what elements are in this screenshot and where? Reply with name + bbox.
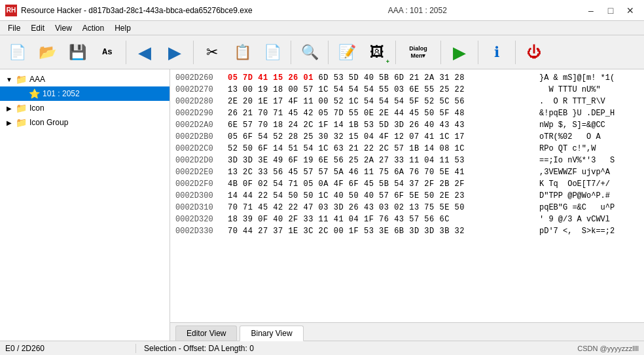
tree-panel: ▼ 📁 AAA ⭐ 101 : 2052 ▶ 📁 Icon ▶ 📁 Icon G… [0,69,170,341]
tab-binary-view[interactable]: Binary View [240,326,303,341]
main-area: ▼ 📁 AAA ⭐ 101 : 2052 ▶ 📁 Icon ▶ 📁 Icon G… [0,69,644,341]
hex-ascii-7: ==;Io nV%*'3 S [534,156,639,165]
toolbar-sep-3 [291,41,291,64]
hex-ascii-8: ,3VEWWZF ujvp^A [534,168,639,177]
menu-view[interactable]: View [50,22,77,34]
toolbar-sep-2 [193,41,194,64]
hex-bytes-5: 05 6F 54 52 28 25 30 32 15 04 4F 12 07 4… [228,132,534,141]
exit-button[interactable]: ⏻ [520,38,548,67]
hex-ascii-5: oTR(%02 O A [534,132,639,141]
hex-row-5: 0002D2B0 05 6F 54 52 28 25 30 32 15 04 4… [175,131,639,143]
menu-action[interactable]: Action [77,22,109,34]
tree-item-aaa[interactable]: ▼ 📁 AAA [0,72,170,86]
find-button[interactable]: 🔍 [295,38,324,67]
paste-button[interactable]: 📄 [258,38,287,67]
hex-addr-2: 0002D280 [175,97,228,106]
hex-ascii-13: pD'7 <, S>k==;2 [534,227,639,236]
minimize-button[interactable]: – [582,4,599,17]
tree-label-icon-group: Icon Group [29,118,68,127]
hex-addr-6: 0002D2C0 [175,144,228,153]
copy-button[interactable]: 📋 [228,38,257,67]
hex-row-8: 0002D2E0 13 2C 33 56 45 57 57 5A 46 11 7… [175,166,639,178]
tree-item-icon-group[interactable]: ▶ 📁 Icon Group [0,115,170,130]
hex-ascii-10: D"TPP @P@Wo^P.# [534,191,639,200]
tree-item-101-2052[interactable]: ⭐ 101 : 2052 [0,86,170,101]
content-panel: 0002D260 05 7D 41 15 26 01 6D 53 5D 40 5… [170,69,644,341]
status-mid: Selection - Offset: DA Length: 0 [136,344,577,353]
title-bar-text: Resource Hacker - d817b3ad-28c1-443a-bbc… [21,6,253,15]
hex-row-13: 0002D330 70 44 27 37 1E 3C 2C 00 1F 53 3… [175,225,639,237]
tree-arrow-icon: ▶ [5,105,13,112]
hex-row-0: 0002D260 05 7D 41 15 26 01 6D 53 5D 40 5… [175,72,639,84]
back-icon: ◀ [138,44,151,61]
save-button[interactable]: 💾 [63,38,92,67]
hex-row-1: 0002D270 13 00 19 18 00 57 1C 54 54 54 5… [175,84,639,96]
menu-help[interactable]: Help [109,22,136,34]
compile-button[interactable]: 📝 [332,38,361,67]
dialog-button[interactable]: DialogMen▾ [400,38,437,67]
menu-edit[interactable]: Edit [26,22,50,34]
run-button[interactable]: ▶ [445,38,474,67]
tree-arrow-aaa: ▼ [5,76,13,83]
hex-row-2: 0002D280 2E 20 1E 17 4F 11 00 52 1C 54 5… [175,96,639,107]
title-bar-left: RH Resource Hacker - d817b3ad-28c1-443a-… [5,5,253,16]
forward-button[interactable]: ▶ [160,38,189,67]
run-icon: ▶ [453,44,466,61]
hex-bytes-3: 26 21 70 71 45 42 05 7D 55 0E 2E 44 45 5… [228,109,534,118]
new-button[interactable]: 📄 [3,38,31,67]
hex-bytes-7: 3D 3D 3E 49 6F 19 6E 56 25 2A 27 33 11 0… [228,156,534,165]
menu-bar: File Edit View Action Help [0,21,644,35]
toolbar-sep-7 [478,41,478,64]
hex-row-9: 0002D2F0 4B 0F 02 54 71 05 0A 4F 6F 45 5… [175,178,639,190]
new-icon: 📄 [9,45,26,60]
tab-editor-view[interactable]: Editor View [175,326,237,341]
hex-row-7: 0002D2D0 3D 3D 3E 49 6F 19 6E 56 25 2A 2… [175,155,639,166]
hex-addr-4: 0002D2A0 [175,121,228,130]
tab-bar: Editor View Binary View [170,322,644,341]
info-button[interactable]: ℹ [482,38,511,67]
saveas-icon: As [102,47,113,57]
hex-addr-9: 0002D2F0 [175,179,228,189]
hex-view[interactable]: 0002D260 05 7D 41 15 26 01 6D 53 5D 40 5… [170,69,644,322]
compile-icon: 📝 [338,45,356,60]
saveas-button[interactable]: As [93,38,122,67]
hex-addr-5: 0002D2B0 [175,132,228,141]
folder-icon-icon-group: 📁 [16,117,27,128]
find-icon: 🔍 [301,45,319,60]
folder-icon-aaa: 📁 [16,74,27,84]
hex-bytes-8: 13 2C 33 56 45 57 57 5A 46 11 75 6A 76 7… [228,168,534,177]
status-bar: E0 / 2D260 Selection - Offset: DA Length… [0,341,644,355]
back-button[interactable]: ◀ [130,38,159,67]
hex-bytes-6: 52 50 6F 14 51 54 1C 63 21 22 2C 57 1B 1… [228,144,534,153]
hex-ascii-11: pqEB"G =&C u^P [534,203,639,212]
status-right: CSDN @yyyyzzzllll [577,345,639,352]
hex-addr-0: 0002D260 [175,73,228,83]
hex-addr-8: 0002D2E0 [175,168,228,177]
maximize-button[interactable]: □ [602,4,619,17]
open-button[interactable]: 📂 [33,38,62,67]
toolbar-sep-6 [440,41,441,64]
hex-bytes-9: 4B 0F 02 54 71 05 0A 4F 6F 45 5B 54 37 2… [228,179,534,189]
hex-row-11: 0002D310 70 71 45 42 22 47 03 3D 26 43 0… [175,202,639,214]
menu-file[interactable]: File [3,22,26,34]
hex-ascii-4: nWp $, S]=&@CC [534,121,639,130]
exit-icon: ⏻ [527,45,541,60]
open-icon: 📂 [39,45,56,60]
tree-item-icon[interactable]: ▶ 📁 Icon [0,101,170,115]
toolbar: 📄 📂 💾 As ◀ ▶ ✂ 📋 📄 🔍 📝 🖼 [0,35,644,69]
toolbar-sep-1 [126,41,126,64]
paste-icon: 📄 [264,45,281,60]
close-button[interactable]: ✕ [622,4,639,17]
hex-ascii-3: &!pqEB }U .DEP_H [534,109,639,118]
toolbar-sep-5 [395,41,396,64]
replace-button[interactable]: 🖼 + [363,38,391,67]
hex-addr-12: 0002D320 [175,215,228,224]
cut-icon: ✂ [206,45,218,60]
hex-row-12: 0002D320 18 39 0F 40 2F 33 11 41 04 1F 7… [175,214,639,225]
hex-bytes-0: 05 7D 41 15 26 01 6D 53 5D 40 5B 6D 21 2… [228,73,534,83]
hex-ascii-0: }A & mS]@[m! *1( [534,73,639,83]
forward-icon: ▶ [168,44,181,61]
hex-row-4: 0002D2A0 6E 57 70 18 24 2C 1F 14 1B 53 5… [175,119,639,131]
cut-button[interactable]: ✂ [198,38,226,67]
title-bar-controls: – □ ✕ [582,4,639,17]
